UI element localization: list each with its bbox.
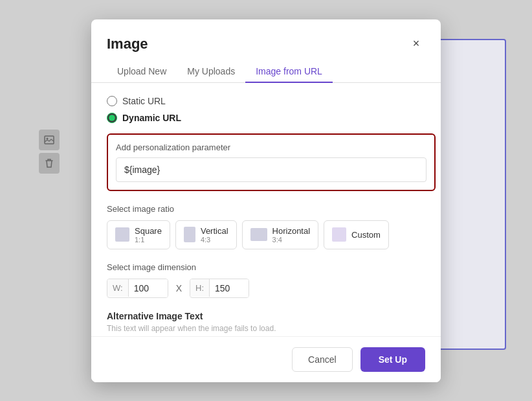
modal-body: Static URL Dynamic URL Add personalizati… xyxy=(91,83,441,336)
modal-header: Image × xyxy=(91,19,441,53)
dimension-label: Select image dimension xyxy=(107,262,436,272)
modal-overlay: Image × Upload New My Uploads Image from… xyxy=(0,0,532,401)
height-input-wrap: H: xyxy=(190,279,249,298)
modal-title: Image xyxy=(107,36,148,52)
custom-text: Custom xyxy=(351,230,381,240)
alt-text-description: This text will appear when the image fai… xyxy=(107,324,436,333)
cancel-button[interactable]: Cancel xyxy=(292,347,353,372)
dynamic-url-label: Dynamic URL xyxy=(122,113,181,123)
ratio-custom[interactable]: Custom xyxy=(324,220,389,249)
square-text: Square 1:1 xyxy=(135,226,162,244)
static-url-label: Static URL xyxy=(122,96,166,106)
dynamic-url-radio[interactable] xyxy=(107,113,117,123)
width-input[interactable] xyxy=(129,279,168,297)
personalization-label: Add personalization parameter xyxy=(116,143,427,152)
ratio-square[interactable]: Square 1:1 xyxy=(107,220,170,249)
ratio-grid: Square 1:1 Vertical 4:3 xyxy=(107,220,436,249)
tab-bar: Upload New My Uploads Image from URL xyxy=(91,53,441,83)
modal-footer: Cancel Set Up xyxy=(91,336,441,382)
dimension-section: Select image dimension W: X H: xyxy=(107,262,436,298)
alt-text-section: Alternative Image Text This text will ap… xyxy=(107,311,436,333)
height-prefix: H: xyxy=(190,279,210,297)
static-url-option[interactable]: Static URL xyxy=(107,96,436,106)
custom-thumb xyxy=(332,227,346,242)
personalization-box: Add personalization parameter xyxy=(107,133,436,191)
ratio-vertical[interactable]: Vertical 4:3 xyxy=(175,220,237,249)
horizontal-thumb xyxy=(250,228,267,241)
personalization-input[interactable] xyxy=(116,157,427,182)
vertical-text: Vertical 4:3 xyxy=(201,226,228,244)
height-input[interactable] xyxy=(210,279,249,297)
tab-image-from-url[interactable]: Image from URL xyxy=(245,61,333,83)
ratio-horizontal[interactable]: Horizontal 3:4 xyxy=(242,220,319,249)
width-prefix: W: xyxy=(107,279,129,297)
horizontal-text: Horizontal 3:4 xyxy=(272,226,311,244)
setup-button[interactable]: Set Up xyxy=(360,347,425,372)
static-url-radio[interactable] xyxy=(107,96,117,106)
dimension-row: W: X H: xyxy=(107,279,436,298)
tab-my-uploads[interactable]: My Uploads xyxy=(177,61,245,83)
tab-upload-new[interactable]: Upload New xyxy=(107,61,177,83)
width-input-wrap: W: xyxy=(107,279,168,298)
ratio-section: Select image ratio Square 1:1 Vertical xyxy=(107,204,436,249)
vertical-thumb xyxy=(184,227,195,242)
square-thumb xyxy=(115,227,129,242)
url-type-radio-group: Static URL Dynamic URL xyxy=(107,96,436,123)
image-modal: Image × Upload New My Uploads Image from… xyxy=(91,19,441,382)
alt-text-title: Alternative Image Text xyxy=(107,311,436,321)
close-button[interactable]: × xyxy=(407,35,425,53)
dimension-separator: X xyxy=(173,283,184,293)
ratio-section-label: Select image ratio xyxy=(107,204,436,214)
dynamic-url-option[interactable]: Dynamic URL xyxy=(107,113,436,123)
